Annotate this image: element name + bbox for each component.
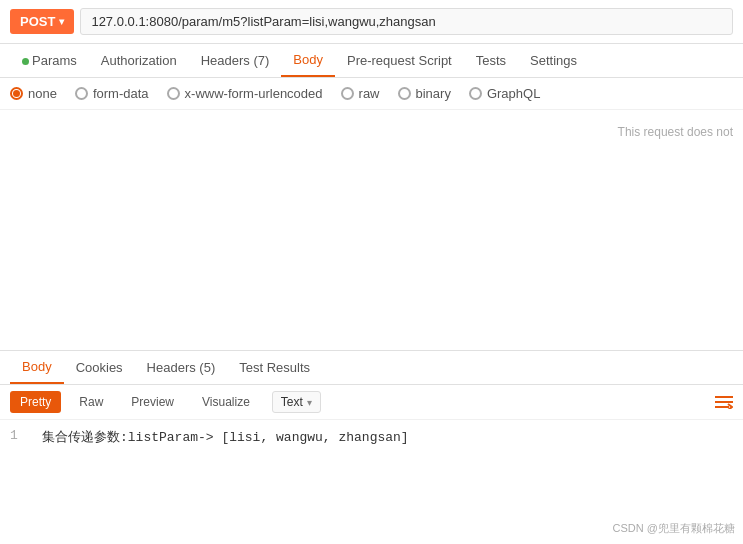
radio-form-data-circle (75, 87, 88, 100)
response-section: Body Cookies Headers (5) Test Results Pr… (0, 350, 743, 454)
radio-raw-circle (341, 87, 354, 100)
params-dot (22, 58, 29, 65)
tab-authorization[interactable]: Authorization (89, 45, 189, 76)
method-label: POST (20, 14, 55, 29)
radio-form-data[interactable]: form-data (75, 86, 149, 101)
radio-raw[interactable]: raw (341, 86, 380, 101)
tab-settings[interactable]: Settings (518, 45, 589, 76)
resp-tab-body[interactable]: Body (10, 351, 64, 384)
watermark: CSDN @兜里有颗棉花糖 (613, 521, 735, 536)
tab-pre-request[interactable]: Pre-request Script (335, 45, 464, 76)
radio-binary[interactable]: binary (398, 86, 451, 101)
method-chevron: ▾ (59, 16, 64, 27)
wrap-icon-button[interactable] (715, 395, 733, 409)
line-number: 1 (10, 428, 30, 446)
radio-graphql[interactable]: GraphQL (469, 86, 540, 101)
format-select[interactable]: Text ▾ (272, 391, 321, 413)
radio-urlencoded[interactable]: x-www-form-urlencoded (167, 86, 323, 101)
format-select-value: Text (281, 395, 303, 409)
radio-binary-circle (398, 87, 411, 100)
wrap-icon (715, 395, 733, 409)
format-select-chevron: ▾ (307, 397, 312, 408)
resp-tab-test-results[interactable]: Test Results (227, 352, 322, 383)
method-button[interactable]: POST ▾ (10, 9, 74, 34)
tab-headers[interactable]: Headers (7) (189, 45, 282, 76)
radio-none[interactable]: none (10, 86, 57, 101)
code-line-1: 1 集合传递参数:listParam-> [lisi, wangwu, zhan… (10, 428, 733, 446)
format-row: Pretty Raw Preview Visualize Text ▾ (0, 385, 743, 420)
radio-none-circle (10, 87, 23, 100)
url-input[interactable] (80, 8, 733, 35)
fmt-pretty[interactable]: Pretty (10, 391, 61, 413)
notice-text: This request does not (618, 125, 733, 139)
resp-tab-headers[interactable]: Headers (5) (135, 352, 228, 383)
radio-urlencoded-circle (167, 87, 180, 100)
tab-params[interactable]: Params (10, 45, 89, 76)
code-content: 集合传递参数:listParam-> [lisi, wangwu, zhangs… (42, 428, 409, 446)
tab-tests[interactable]: Tests (464, 45, 518, 76)
top-bar: POST ▾ (0, 0, 743, 44)
resp-tab-cookies[interactable]: Cookies (64, 352, 135, 383)
fmt-visualize[interactable]: Visualize (192, 391, 260, 413)
radio-graphql-circle (469, 87, 482, 100)
notice-area: This request does not (0, 110, 743, 350)
tab-body[interactable]: Body (281, 44, 335, 77)
request-tabs: Params Authorization Headers (7) Body Pr… (0, 44, 743, 78)
fmt-raw[interactable]: Raw (69, 391, 113, 413)
fmt-preview[interactable]: Preview (121, 391, 184, 413)
code-area: 1 集合传递参数:listParam-> [lisi, wangwu, zhan… (0, 420, 743, 454)
body-type-row: none form-data x-www-form-urlencoded raw… (0, 78, 743, 110)
response-tabs: Body Cookies Headers (5) Test Results (0, 351, 743, 385)
code-text: 集合传递参数:listParam-> [lisi, wangwu, zhangs… (42, 430, 409, 445)
